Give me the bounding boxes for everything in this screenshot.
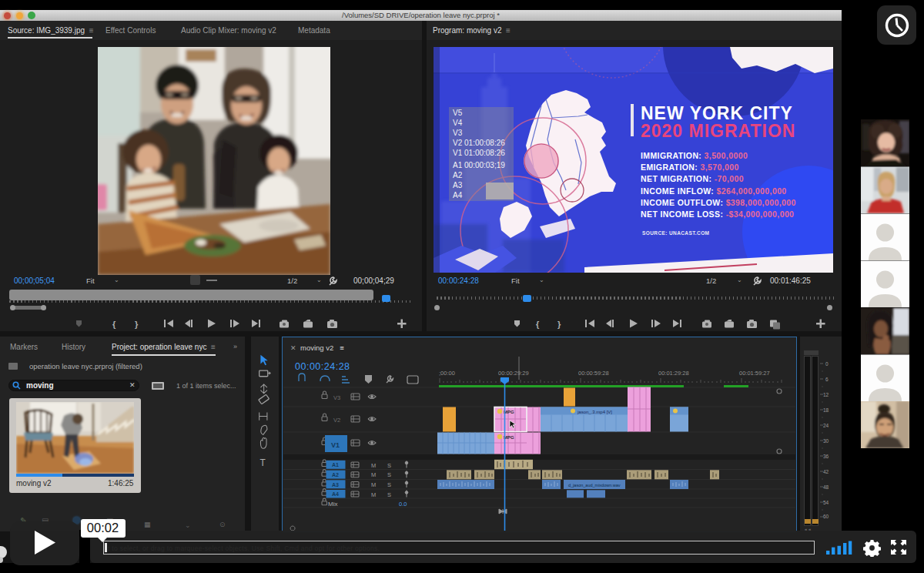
- svg-text:INCOME INFLOW: $264,000,000,00: INCOME INFLOW: $264,000,000,000: [641, 186, 787, 196]
- svg-text:42: 42: [823, 469, 829, 474]
- svg-text:2020 MIGRATION: 2020 MIGRATION: [641, 121, 795, 141]
- svg-text:S: S: [387, 481, 391, 488]
- svg-text:M: M: [371, 471, 376, 478]
- svg-text:moving v2 ≡: moving v2 ≡: [300, 343, 344, 352]
- svg-text:V3: V3: [453, 129, 463, 137]
- svg-text:;00:00: ;00:00: [439, 370, 455, 377]
- svg-text:A1 00:00:03;19: A1 00:00:03;19: [453, 161, 505, 169]
- svg-text:A1: A1: [332, 462, 339, 467]
- svg-text:INCOME OUTFLOW: $398,000,000,0: INCOME OUTFLOW: $398,000,000,000: [641, 198, 796, 207]
- svg-text:V1 01:00:08:26: V1 01:00:08:26: [453, 149, 505, 157]
- svg-text:{: {: [536, 320, 540, 329]
- svg-text:00:01:59:27: 00:01:59:27: [739, 370, 770, 377]
- svg-text:SOURCE: UNACAST.COM: SOURCE: UNACAST.COM: [642, 230, 709, 236]
- svg-text:18: 18: [823, 407, 829, 413]
- svg-text:NET INCOME LOSS: -$34,000,000,: NET INCOME LOSS: -$34,000,000,000: [641, 209, 794, 219]
- svg-text:12: 12: [823, 392, 829, 397]
- svg-text:V2: V2: [333, 417, 340, 424]
- svg-text:V4: V4: [453, 119, 463, 127]
- svg-text:EMIGRATION: 3,570,000: EMIGRATION: 3,570,000: [641, 163, 739, 172]
- svg-text:S: S: [387, 491, 391, 498]
- svg-text:00:00:29:29: 00:00:29:29: [498, 370, 529, 377]
- svg-text:}: }: [557, 320, 561, 329]
- svg-text:A4: A4: [332, 491, 339, 497]
- svg-text:M: M: [371, 491, 376, 498]
- svg-text:36: 36: [823, 454, 829, 459]
- svg-text:V5: V5: [453, 109, 463, 117]
- svg-text:✕: ✕: [290, 344, 296, 352]
- svg-text:00:00:24:28: 00:00:24:28: [295, 361, 350, 372]
- svg-text:0: 0: [825, 361, 829, 367]
- svg-text:V1: V1: [331, 441, 340, 449]
- svg-text:V2 01:00:08:26: V2 01:00:08:26: [453, 139, 505, 147]
- svg-text:jason_.3.mp4 [V]: jason_.3.mp4 [V]: [577, 410, 612, 414]
- svg-text:T: T: [260, 457, 266, 468]
- svg-text:M: M: [371, 481, 376, 488]
- svg-text:S: S: [387, 462, 391, 469]
- svg-text:A3: A3: [453, 181, 463, 189]
- svg-text:A2: A2: [332, 472, 339, 478]
- svg-text:d_jason_aud_mixdown.wav: d_jason_aud_mixdown.wav: [568, 483, 621, 488]
- svg-text:V3: V3: [333, 394, 340, 401]
- svg-text:A3: A3: [332, 482, 339, 488]
- svg-text:{: {: [112, 320, 116, 329]
- svg-text:M: M: [371, 462, 376, 469]
- svg-text:00:00:59:28: 00:00:59:28: [578, 370, 609, 377]
- svg-text:}: }: [135, 320, 139, 329]
- svg-text:30: 30: [823, 438, 829, 444]
- svg-text:00:01:29:28: 00:01:29:28: [658, 370, 689, 377]
- svg-text:48: 48: [823, 484, 829, 490]
- svg-text:24: 24: [823, 423, 829, 428]
- svg-text:6: 6: [825, 377, 829, 382]
- svg-text:NET MIGRATION: -70,000: NET MIGRATION: -70,000: [641, 174, 744, 183]
- svg-text:S: S: [387, 471, 391, 478]
- svg-text:A2: A2: [453, 171, 463, 179]
- svg-text:IMMIGRATION: 3,500,0000: IMMIGRATION: 3,500,0000: [641, 151, 748, 160]
- svg-text:A4: A4: [453, 191, 463, 199]
